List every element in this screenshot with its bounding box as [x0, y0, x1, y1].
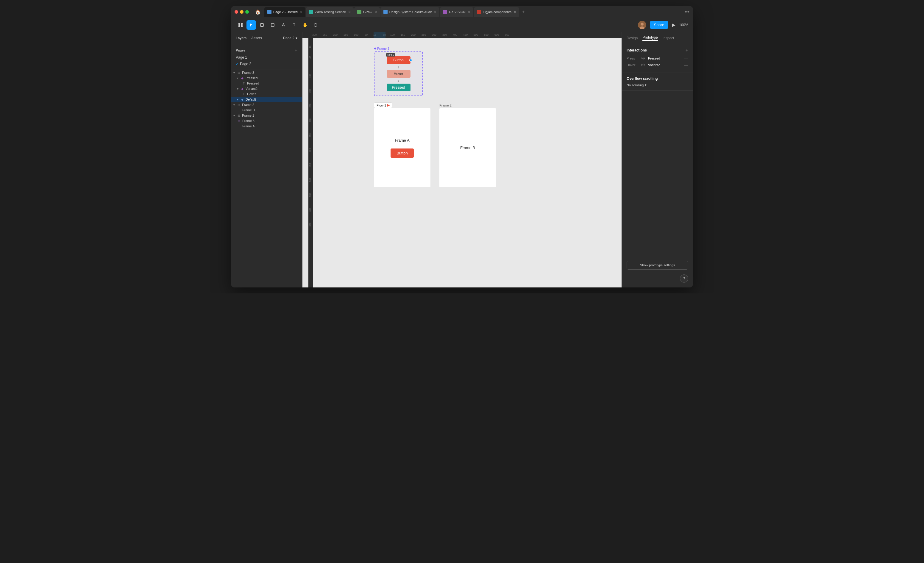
traffic-lights	[235, 10, 249, 14]
maximize-button[interactable]	[245, 10, 249, 14]
frame2-label-text: Frame 2	[440, 103, 496, 107]
comment-tool-button[interactable]	[311, 20, 320, 30]
remove-press-interaction[interactable]: —	[684, 56, 688, 61]
ruler-mark: 550	[484, 33, 489, 36]
ruler-mark: -100	[353, 33, 358, 36]
pen-tool-button[interactable]	[279, 20, 288, 30]
minimize-button[interactable]	[240, 10, 243, 14]
layer-frame2[interactable]: ▾ ⊞ Frame 2	[231, 102, 302, 108]
tab-gphc-close[interactable]: ✕	[375, 10, 377, 14]
page-selector[interactable]: Page 2 ▾	[283, 36, 297, 40]
zoom-level[interactable]: 100%	[679, 23, 688, 27]
hover-interaction: Hover Variant2 —	[627, 63, 688, 67]
ruler-mark: 300	[432, 33, 436, 36]
ruler-mark: -150	[343, 33, 348, 36]
arrow-down-icon: ↓	[398, 65, 399, 69]
layer-pressed-text-label: Pressed	[247, 82, 259, 85]
ruler-mark: 200	[411, 33, 416, 36]
interaction-arrow-icon	[641, 56, 646, 61]
left-panel: Layers Assets Page 2 ▾ Pages + Page 1 ✓	[231, 32, 303, 287]
tab-dsca-close[interactable]: ✕	[434, 10, 436, 14]
button-default[interactable]: Button	[387, 56, 411, 64]
component-icon: ◆	[240, 76, 244, 80]
layers-tab[interactable]: Layers	[236, 36, 246, 40]
frame-a-button[interactable]: Button	[390, 148, 414, 158]
add-interaction-button[interactable]: +	[686, 48, 688, 53]
tab-figma[interactable]: Figjam components ✕	[474, 7, 519, 16]
frame2-box: Frame B	[440, 108, 496, 187]
tab-ux-close[interactable]: ✕	[468, 10, 470, 14]
layer-variant2[interactable]: ▾ ◆ Variant2	[231, 86, 302, 91]
tab-dsca-favicon	[383, 10, 388, 14]
toolbar-right: Share ▶ 100%	[638, 21, 688, 29]
interactions-header: Interactions +	[627, 48, 688, 53]
inspect-tab[interactable]: Inspect	[663, 36, 674, 40]
show-prototype-settings-button[interactable]: Show prototype settings	[627, 261, 688, 270]
tab-dsca-label: Design System Colours Audit	[389, 10, 432, 14]
tab-zava-close[interactable]: ✕	[348, 10, 351, 14]
frame-tool-button[interactable]	[257, 20, 267, 30]
button-pressed[interactable]: Pressed	[387, 84, 411, 91]
ruler-mark: 150	[400, 33, 405, 36]
frameA-label: Frame A	[395, 138, 409, 142]
help-button[interactable]: ?	[680, 274, 688, 283]
remove-hover-interaction[interactable]: —	[684, 63, 688, 67]
left-panel-header: Layers Assets Page 2 ▾	[231, 32, 302, 44]
home-icon[interactable]: 🏠	[254, 8, 262, 16]
close-button[interactable]	[235, 10, 238, 14]
text-tool-button[interactable]: T	[290, 20, 299, 30]
layer-frame2-label: Frame 2	[242, 103, 254, 106]
layer-pressed1-label: Pressed	[246, 76, 258, 80]
right-panel: Design Prototype Inspect Interactions + …	[621, 32, 693, 287]
select-tool-button[interactable]	[246, 20, 256, 30]
page2-item[interactable]: ✓ Page 2	[231, 61, 302, 67]
interactions-section: Interactions + Press Pressed	[622, 44, 693, 73]
add-tab-button[interactable]: +	[520, 8, 527, 15]
present-button[interactable]: ▶	[672, 22, 675, 28]
avatar	[638, 21, 646, 29]
frame3-outer[interactable]: Button 72×51 ↓ Hover	[374, 51, 423, 96]
layer-hover-text[interactable]: T Hover	[231, 91, 302, 97]
canvas-area[interactable]: 16 47 150 200 250 300 350 400 450 500 55…	[308, 38, 621, 287]
tab-zava[interactable]: ZAVA Testing Service ✕	[306, 7, 354, 16]
component-icon-2: ◆	[240, 87, 244, 90]
layer-frame3-inner[interactable]: ◇ Frame 3	[231, 118, 302, 123]
assets-tab[interactable]: Assets	[251, 36, 262, 40]
layer-pressed-text[interactable]: T Pressed	[231, 81, 302, 86]
flow1-badge[interactable]: Flow 1 ▶	[374, 102, 392, 108]
layer-frame3-inner-label: Frame 3	[242, 119, 255, 123]
tab-ux[interactable]: UX VISION ✕	[440, 7, 473, 16]
layer-frameB[interactable]: T Frame B	[231, 108, 302, 113]
tab-zava-label: ZAVA Testing Service	[315, 10, 346, 14]
canvas[interactable]: -300 -250 -200 -150 -100 -50 16 88 100 1…	[303, 32, 621, 287]
tab-gphc[interactable]: GPhC ✕	[354, 7, 380, 16]
tab-page2[interactable]: Page 2 - Untitled ✕	[264, 7, 305, 16]
hand-tool-button[interactable]: ✋	[300, 20, 310, 30]
tab-figma-close[interactable]: ✕	[514, 10, 516, 14]
ruler-horizontal: -300 -250 -200 -150 -100 -50 16 88 100 1…	[303, 32, 621, 38]
layer-frame3[interactable]: ▾ ⊞ Frame 3	[231, 70, 302, 75]
layer-frameA[interactable]: T Frame A	[231, 123, 302, 129]
page1-item[interactable]: Page 1	[231, 54, 302, 61]
layer-pressed1[interactable]: ▾ ◆ Pressed	[231, 75, 302, 81]
overflow-section: Overflow scrolling No scrolling ▾	[622, 73, 693, 91]
shape-tool-button[interactable]	[268, 20, 278, 30]
share-button[interactable]: Share	[650, 21, 669, 29]
ruler-mark: -300	[311, 33, 317, 36]
ruler-mark: -50	[364, 33, 368, 36]
prototype-tab[interactable]: Prototype	[642, 35, 658, 41]
tab-page2-close[interactable]: ✕	[300, 10, 303, 14]
tab-dsca[interactable]: Design System Colours Audit ✕	[380, 7, 440, 16]
button-hover[interactable]: Hover	[387, 70, 411, 78]
layer-frame1[interactable]: ▾ ⊞ Frame 1	[231, 113, 302, 118]
text-icon-4: T	[237, 125, 241, 128]
more-tabs-button[interactable]: •••	[684, 9, 689, 15]
grid-tool-button[interactable]	[236, 20, 245, 30]
ruler-mark: 500	[474, 33, 478, 36]
design-tab[interactable]: Design	[627, 36, 638, 40]
layer-default[interactable]: ▾ ◆ Default	[231, 97, 302, 102]
tab-bar: Page 2 - Untitled ✕ ZAVA Testing Service…	[264, 7, 680, 16]
overflow-select[interactable]: No scrolling ▾	[627, 83, 688, 87]
interaction-arrow-icon-2	[641, 63, 646, 67]
add-page-button[interactable]: +	[295, 48, 297, 53]
